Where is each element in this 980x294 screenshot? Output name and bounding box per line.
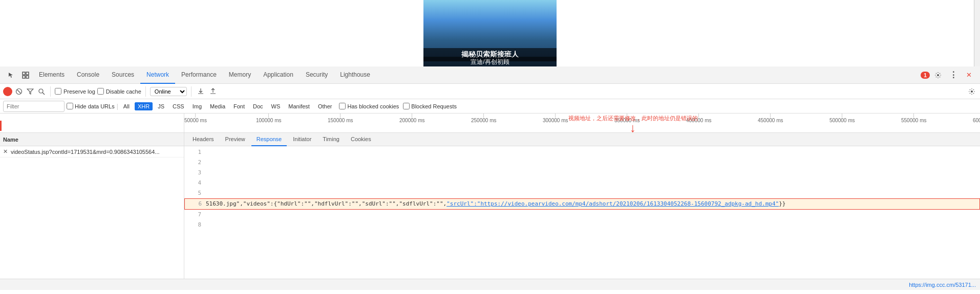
- filter-divider: |: [117, 103, 118, 110]
- filter-js-btn[interactable]: JS: [155, 102, 167, 110]
- network-settings-gear[interactable]: [967, 86, 977, 97]
- detail-tab-preview[interactable]: Preview: [220, 133, 250, 146]
- blocked-requests-input[interactable]: [403, 103, 410, 109]
- filter-button[interactable]: [26, 87, 35, 96]
- import-button[interactable]: [196, 86, 206, 97]
- devtools-tabbar: Elements Console Sources Network Perform…: [0, 66, 980, 84]
- filter-doc-btn[interactable]: Doc: [250, 102, 266, 110]
- tick-550000: 550000 ms: [901, 114, 926, 123]
- response-line-2: 2: [184, 157, 980, 168]
- response-content: 1 2 3 4 5 6 51630.jpg","videos":{"hdU: [184, 146, 980, 279]
- bottom-url: https://img.ccc.cm/53171...: [909, 282, 976, 288]
- tab-right-icons: 1 ⋮ ✕: [921, 68, 976, 82]
- svg-point-4: [937, 74, 939, 76]
- detail-tab-timing[interactable]: Timing: [317, 133, 345, 146]
- more-icon-btn[interactable]: ⋮: [946, 68, 961, 82]
- tab-network[interactable]: Network: [140, 66, 175, 84]
- tick-650000: 650000 ms: [973, 114, 980, 119]
- tab-performance[interactable]: Performance: [175, 66, 223, 84]
- preview-image: 揭秘贝索斯接班人 宣迪/再创初顾: [423, 0, 557, 66]
- close-devtools-btn[interactable]: ✕: [962, 68, 976, 82]
- settings-icon-btn[interactable]: [931, 68, 945, 82]
- svg-line-6: [17, 89, 21, 93]
- hide-data-urls-checkbox[interactable]: Hide data URLs: [67, 103, 115, 109]
- request-name: videoStatus.jsp?contId=1719531&mrd=0.908…: [11, 149, 160, 155]
- tab-application[interactable]: Application: [257, 66, 300, 84]
- filter-css-btn[interactable]: CSS: [169, 102, 187, 110]
- filter-all-btn[interactable]: All: [120, 102, 133, 110]
- filter-font-btn[interactable]: Font: [230, 102, 248, 110]
- has-blocked-cookies-input[interactable]: [339, 103, 346, 109]
- response-line-6: 6 51630.jpg","videos":{"hdUrl":"","hdflv…: [184, 198, 980, 210]
- svg-point-9: [971, 91, 973, 93]
- filter-ws-btn[interactable]: WS: [268, 102, 284, 110]
- preserve-log-checkbox[interactable]: Preserve log: [55, 88, 95, 95]
- request-close-icon[interactable]: ✕: [3, 148, 8, 155]
- svg-rect-2: [23, 76, 25, 78]
- preserve-log-input[interactable]: [55, 88, 61, 95]
- hide-data-urls-input[interactable]: [67, 103, 73, 109]
- request-row[interactable]: ✕ videoStatus.jsp?contId=1719531&mrd=0.9…: [0, 146, 184, 157]
- toolbar-divider-2: [145, 86, 146, 97]
- tab-console[interactable]: Console: [71, 66, 105, 84]
- search-button[interactable]: [37, 87, 46, 96]
- overlay-text-2: 宣迪/再创初顾: [423, 57, 557, 66]
- clear-button[interactable]: [14, 87, 24, 96]
- tick-150000: 150000 ms: [328, 114, 353, 123]
- timeline-content[interactable]: 50000 ms 100000 ms 150000 ms 200000 ms 2…: [184, 114, 980, 132]
- filter-media-btn[interactable]: Media: [207, 102, 228, 110]
- filter-manifest-btn[interactable]: Manifest: [285, 102, 313, 110]
- error-badge: 1: [921, 72, 930, 79]
- detail-tab-response[interactable]: Response: [251, 133, 287, 146]
- requests-panel: Name ✕ videoStatus.jsp?contId=1719531&mr…: [0, 133, 184, 279]
- scrollbar-right[interactable]: [974, 0, 980, 66]
- bottom-bar: https://img.ccc.cm/53171...: [0, 279, 980, 290]
- tick-100000: 100000 ms: [256, 114, 281, 123]
- tick-50000: 50000 ms: [184, 114, 207, 123]
- svg-rect-3: [26, 76, 29, 78]
- disable-cache-input[interactable]: [97, 88, 104, 95]
- timeline-bar: 50000 ms 100000 ms 150000 ms 200000 ms 2…: [0, 114, 980, 133]
- svg-rect-0: [23, 72, 25, 75]
- cursor-icon-btn[interactable]: [4, 68, 18, 82]
- tab-memory[interactable]: Memory: [223, 66, 257, 84]
- timeline-red-indicator: [0, 121, 2, 131]
- toolbar-divider-1: [50, 86, 51, 97]
- detail-tab-cookies[interactable]: Cookies: [346, 133, 376, 146]
- toolbar-divider-3: [191, 86, 191, 97]
- detail-tab-initiator[interactable]: Initiator: [288, 133, 316, 146]
- detail-tab-headers[interactable]: Headers: [187, 133, 219, 146]
- tick-250000: 250000 ms: [471, 114, 496, 123]
- timeline-left-panel: [0, 114, 184, 132]
- response-line-4: 4: [184, 178, 980, 188]
- tab-lighthouse[interactable]: Lighthouse: [334, 66, 376, 84]
- tab-sources[interactable]: Sources: [105, 66, 140, 84]
- requests-header: Name: [0, 133, 184, 146]
- tick-300000: 300000 ms: [543, 114, 568, 123]
- arrow-down-icon: ↓: [630, 122, 636, 132]
- filter-xhr-btn[interactable]: XHR: [135, 102, 153, 110]
- tab-security[interactable]: Security: [300, 66, 334, 84]
- filter-input[interactable]: [3, 101, 65, 112]
- tick-450000: 450000 ms: [758, 114, 783, 123]
- network-toolbar: Preserve log Disable cache Online Fast 3…: [0, 84, 980, 99]
- detail-tabs: Headers Preview Response Initiator Timin…: [184, 133, 980, 146]
- response-line-8: 8: [184, 220, 980, 230]
- blocked-requests-checkbox[interactable]: Blocked Requests: [403, 103, 457, 109]
- filter-img-btn[interactable]: Img: [189, 102, 205, 110]
- tick-500000: 500000 ms: [829, 114, 855, 123]
- svg-point-7: [39, 89, 43, 93]
- top-image-area: 揭秘贝索斯接班人 宣迪/再创初顾: [0, 0, 980, 66]
- filter-other-btn[interactable]: Other: [315, 102, 335, 110]
- has-blocked-cookies-checkbox[interactable]: Has blocked cookies: [339, 103, 399, 109]
- throttling-select[interactable]: Online Fast 3G Slow 3G Offline: [150, 87, 187, 96]
- response-line-5: 5: [184, 188, 980, 198]
- svg-rect-1: [26, 72, 29, 75]
- main-area: Name ✕ videoStatus.jsp?contId=1719531&mr…: [0, 133, 980, 279]
- inspect-icon-btn[interactable]: [18, 68, 33, 82]
- filter-bar: Hide data URLs | All XHR JS CSS Img Medi…: [0, 99, 980, 114]
- record-button[interactable]: [3, 87, 12, 96]
- tab-elements[interactable]: Elements: [33, 66, 71, 84]
- disable-cache-checkbox[interactable]: Disable cache: [97, 88, 141, 95]
- export-button[interactable]: [208, 86, 218, 97]
